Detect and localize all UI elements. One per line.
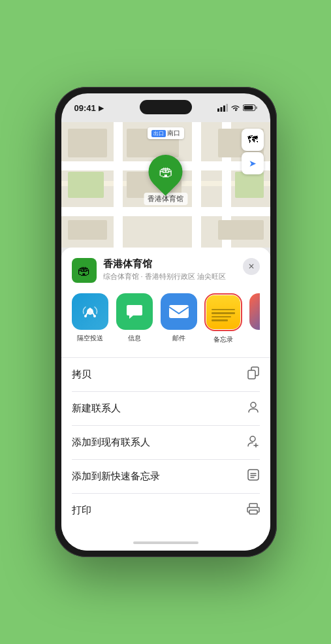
mail-icon <box>168 302 190 321</box>
status-time: 09:41 ▶ <box>74 103 104 113</box>
wifi-icon <box>230 104 240 112</box>
svg-rect-6 <box>256 106 257 109</box>
mail-icon-wrap <box>161 293 197 330</box>
share-row: 隔空投送 信息 <box>72 293 260 347</box>
location-pin: 🏟 香港体育馆 <box>144 155 187 205</box>
pin-circle: 🏟 <box>142 148 190 196</box>
add-existing-icon <box>247 434 260 451</box>
messages-icon-wrap <box>116 293 153 330</box>
place-info: 🏟 香港体育馆 综合体育馆 · 香港特别行政区 油尖旺区 ✕ <box>72 258 260 283</box>
notes-lines <box>212 309 235 321</box>
svg-rect-3 <box>226 104 228 112</box>
map-label-tag: 出口 <box>151 130 166 137</box>
location-button[interactable]: ➤ <box>242 152 264 174</box>
dynamic-island <box>140 100 192 114</box>
location-arrow-icon: ▶ <box>99 105 104 112</box>
road <box>114 122 123 248</box>
action-row-print[interactable]: 打印 <box>72 494 260 527</box>
svg-rect-0 <box>217 108 219 112</box>
svg-rect-12 <box>248 370 255 379</box>
notes-line <box>212 309 235 311</box>
mail-label: 邮件 <box>172 334 185 343</box>
status-icons <box>217 104 257 112</box>
new-contact-icon <box>247 400 260 417</box>
map-block <box>218 220 264 240</box>
action-label-new-contact: 新建联系人 <box>72 402 121 415</box>
share-item-messages[interactable]: 信息 <box>116 293 153 344</box>
share-item-more[interactable]: 推 <box>249 293 260 344</box>
action-row-copy[interactable]: 拷贝 <box>72 358 260 392</box>
notes-icon-wrap <box>206 295 240 329</box>
pin-emoji: 🏟 <box>159 163 173 180</box>
svg-point-8 <box>84 315 87 317</box>
svg-point-14 <box>250 436 255 442</box>
action-row-add-notes[interactable]: 添加到新快速备忘录 <box>72 460 260 494</box>
share-item-mail[interactable]: 邮件 <box>161 293 197 344</box>
action-label-add-existing: 添加到现有联系人 <box>72 436 150 449</box>
map-block <box>68 129 107 157</box>
road <box>61 207 270 216</box>
more-icon-wrap <box>249 293 260 330</box>
map-block <box>68 172 104 198</box>
map-controls: 🗺 ➤ <box>242 129 264 174</box>
svg-rect-16 <box>249 504 257 507</box>
place-name: 香港体育馆 <box>103 258 236 270</box>
home-indicator <box>133 541 198 544</box>
svg-rect-5 <box>244 106 253 110</box>
action-row-add-existing[interactable]: 添加到现有联系人 <box>72 426 260 460</box>
notes-line <box>212 312 235 314</box>
notes-highlight-border <box>204 293 242 331</box>
action-row-new-contact[interactable]: 新建联系人 <box>72 392 260 426</box>
share-item-notes[interactable]: 备忘录 <box>205 293 242 344</box>
svg-point-13 <box>251 402 256 408</box>
place-text: 香港体育馆 综合体育馆 · 香港特别行政区 油尖旺区 <box>103 258 236 282</box>
place-subtitle: 综合体育馆 · 香港特别行政区 油尖旺区 <box>103 272 236 282</box>
place-icon: 🏟 <box>72 258 97 283</box>
messages-icon <box>124 301 145 322</box>
home-indicator-bar <box>61 538 270 551</box>
map-type-button[interactable]: 🗺 <box>242 129 264 151</box>
phone-screen: 09:41 ▶ <box>61 93 270 551</box>
copy-icon <box>247 366 260 383</box>
road <box>192 122 201 248</box>
action-label-print: 打印 <box>72 504 91 517</box>
svg-rect-15 <box>248 470 259 480</box>
phone-frame: 09:41 ▶ <box>55 87 277 557</box>
messages-label: 信息 <box>128 334 141 343</box>
svg-rect-17 <box>249 510 257 514</box>
add-notes-icon <box>247 468 260 485</box>
close-button[interactable]: ✕ <box>243 258 260 275</box>
map-block <box>68 220 107 240</box>
map-area: 出口 南口 🏟 香港体育馆 🗺 ➤ <box>61 122 270 248</box>
notes-line <box>212 319 228 321</box>
map-label-text: 南口 <box>167 129 180 138</box>
signal-icon <box>217 104 228 112</box>
action-label-add-notes: 添加到新快速备忘录 <box>72 470 160 483</box>
map-block <box>235 172 264 198</box>
action-label-copy: 拷贝 <box>72 368 91 381</box>
notes-line <box>212 316 232 318</box>
print-icon <box>247 502 260 519</box>
bottom-sheet: 🏟 香港体育馆 综合体育馆 · 香港特别行政区 油尖旺区 ✕ <box>61 248 270 538</box>
svg-rect-2 <box>223 106 225 112</box>
svg-rect-1 <box>220 107 222 112</box>
notes-label: 备忘录 <box>213 335 233 344</box>
svg-rect-10 <box>169 305 189 318</box>
svg-point-9 <box>93 315 96 317</box>
share-item-airdrop[interactable]: 隔空投送 <box>72 293 108 344</box>
battery-icon <box>243 104 257 112</box>
airdrop-icon <box>80 302 100 321</box>
airdrop-label: 隔空投送 <box>77 334 103 343</box>
map-label: 出口 南口 <box>148 127 184 139</box>
airdrop-icon-wrap <box>72 293 108 330</box>
